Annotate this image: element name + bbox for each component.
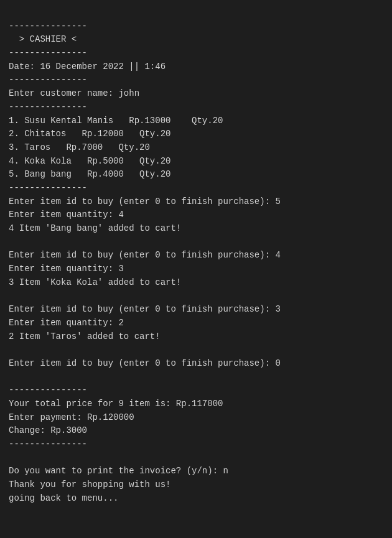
terminal-line: Date: 16 December 2022 || 1:46 [9,60,383,74]
terminal-line: Enter item quantity: 4 [9,208,383,222]
terminal-line: 3. Taros Rp.7000 Qty.20 [9,141,383,155]
terminal-line: Enter payment: Rp.120000 [9,411,383,425]
terminal-line: 5. Bang bang Rp.4000 Qty.20 [9,168,383,182]
terminal-line [9,452,383,465]
terminal-line: --------------- [9,47,383,60]
terminal-line: --------------- [9,20,383,34]
terminal-line: 4. Koka Kola Rp.5000 Qty.20 [9,155,383,169]
terminal-line: Do you want to print the invoice? (y/n):… [9,465,383,478]
terminal-line: --------------- [9,438,383,452]
terminal-line: --------------- [9,101,383,114]
terminal-line: going back to menu... [9,492,383,506]
terminal-line: Enter item id to buy (enter 0 to finish … [9,303,383,317]
terminal-line: 4 Item 'Bang bang' added to cart! [9,222,383,236]
terminal-line [9,236,383,249]
terminal-line [9,343,383,357]
terminal-line [9,289,383,303]
terminal-line: --------------- [9,73,383,87]
terminal-line: 3 Item 'Koka Kola' added to cart! [9,276,383,290]
terminal-line: Your total price for 9 item is: Rp.11700… [9,397,383,411]
terminal-line: Thank you for shopping with us! [9,478,383,492]
terminal-line: Enter item quantity: 3 [9,262,383,276]
terminal-line [9,371,383,384]
terminal-line: 2 Item 'Taros' added to cart! [9,330,383,344]
terminal-line: Enter item quantity: 2 [9,317,383,330]
terminal-line: Enter item id to buy (enter 0 to finish … [9,195,383,209]
terminal-line: Change: Rp.3000 [9,424,383,438]
terminal-line: 1. Susu Kental Manis Rp.13000 Qty.20 [9,114,383,128]
terminal-line: Enter item id to buy (enter 0 to finish … [9,249,383,262]
terminal-line: Enter item id to buy (enter 0 to finish … [9,357,383,371]
terminal-line: --------------- [9,182,383,195]
terminal-line: --------------- [9,384,383,397]
terminal-line: > CASHIER < [9,33,383,47]
terminal-output: --------------- > CASHIER <-------------… [9,6,383,505]
terminal-line: 2. Chitatos Rp.12000 Qty.20 [9,128,383,141]
terminal-line: Enter customer name: john [9,87,383,101]
